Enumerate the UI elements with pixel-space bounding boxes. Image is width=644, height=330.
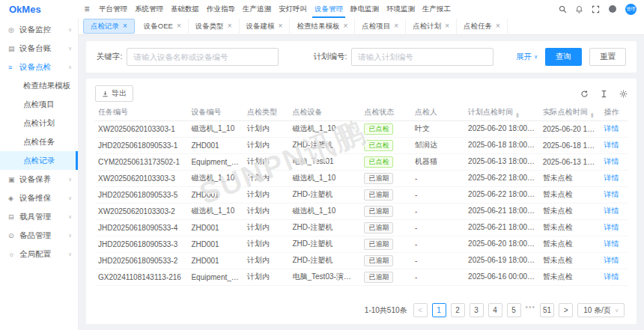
nav-item-2[interactable]: 系统管理 bbox=[131, 0, 167, 18]
export-button[interactable]: 导出 bbox=[95, 85, 133, 102]
detail-link[interactable]: 详情 bbox=[604, 256, 619, 264]
column-header-7[interactable]: 计划点检时间▲▼ bbox=[465, 105, 540, 120]
sidebar-item-2[interactable]: ▤设备台账∨ bbox=[0, 39, 78, 58]
table-row: JHD20250618090533-3ZHD001计划内ZHD-注塑机已逾期-2… bbox=[95, 236, 628, 252]
status-badge: 已点检 bbox=[364, 140, 393, 151]
tab-5[interactable]: 检查结果模板× bbox=[290, 19, 355, 34]
close-icon[interactable]: × bbox=[445, 22, 449, 30]
monitor-icon: ◎ bbox=[8, 26, 19, 34]
status-cell: 已点检 bbox=[361, 153, 412, 170]
sidebar-item-label: 设备监控 bbox=[19, 25, 68, 35]
nav-item-8[interactable]: 静电监测 bbox=[347, 0, 383, 18]
inspection-records-table: 任务编号设备编号点检类型点检设备点检状态点检人计划点检时间▲▼实际点检时间▲▼操… bbox=[95, 105, 628, 286]
sidebar-collapse-icon[interactable]: ≡ bbox=[79, 4, 95, 14]
nav-item-10[interactable]: 生产报工 bbox=[419, 0, 455, 18]
nav-item-9[interactable]: 环境监测 bbox=[383, 0, 419, 18]
expand-filters-link[interactable]: 展开 ∨ bbox=[516, 52, 538, 62]
column-header-8[interactable]: 实际点检时间▲▼ bbox=[540, 105, 601, 120]
tab-4[interactable]: 设备建模× bbox=[240, 19, 291, 34]
sidebar-item-6[interactable]: 点检计划 bbox=[0, 114, 78, 132]
sidebar-item-3[interactable]: ≡设备点检∧ bbox=[0, 58, 78, 76]
detail-link[interactable]: 详情 bbox=[604, 174, 619, 182]
sidebar-item-11[interactable]: ⊟载具管理∨ bbox=[0, 207, 78, 226]
detail-link[interactable]: 详情 bbox=[604, 124, 619, 132]
tab-7[interactable]: 点检计划× bbox=[406, 19, 457, 34]
sidebar-item-5[interactable]: 点检项目 bbox=[0, 95, 78, 114]
chevron-icon: ∨ bbox=[68, 195, 72, 201]
bell-icon[interactable] bbox=[575, 5, 583, 13]
nav-item-1[interactable]: 平台管理 bbox=[95, 0, 131, 18]
fullscreen-icon[interactable] bbox=[592, 5, 600, 13]
close-icon[interactable]: × bbox=[394, 22, 398, 30]
refresh-icon[interactable] bbox=[580, 90, 589, 98]
tab-1[interactable]: 点检记录× bbox=[83, 19, 135, 34]
topbar-actions: 管理 bbox=[559, 4, 644, 15]
close-icon[interactable]: × bbox=[123, 22, 127, 30]
tab-6[interactable]: 点检项目× bbox=[355, 19, 406, 34]
detail-link[interactable]: 详情 bbox=[604, 190, 619, 198]
sidebar-item-10[interactable]: ◈设备维保∨ bbox=[0, 189, 78, 207]
column-header-4: 点检设备 bbox=[289, 105, 361, 120]
action-cell: 详情 bbox=[601, 269, 628, 285]
sidebar-item-label: 全局配置 bbox=[19, 249, 68, 260]
close-icon[interactable]: × bbox=[279, 22, 283, 30]
tab-label: 点检项目 bbox=[362, 22, 390, 31]
nav-item-6[interactable]: 安灯呼叫 bbox=[275, 0, 311, 18]
page-size-label: 10 条/页 bbox=[583, 305, 611, 316]
reset-button[interactable]: 重置 bbox=[589, 48, 626, 66]
page-51-button[interactable]: 51 bbox=[540, 303, 554, 317]
avatar[interactable]: 管理 bbox=[625, 4, 637, 15]
detail-link[interactable]: 详情 bbox=[604, 207, 619, 215]
close-icon[interactable]: × bbox=[343, 22, 347, 30]
detail-link[interactable]: 详情 bbox=[604, 272, 619, 281]
prev-page-button[interactable]: < bbox=[413, 303, 428, 317]
column-height-icon[interactable] bbox=[600, 90, 608, 98]
task-no-cell: XW20250620103303-2 bbox=[95, 203, 188, 219]
keyword-input[interactable] bbox=[127, 48, 279, 66]
detail-link[interactable]: 详情 bbox=[604, 223, 619, 231]
sidebar-item-7[interactable]: 点检任务 bbox=[0, 132, 78, 151]
tab-2[interactable]: 设备OEE× bbox=[137, 19, 189, 34]
detail-link[interactable]: 详情 bbox=[604, 239, 619, 248]
plan-no-input[interactable] bbox=[351, 48, 493, 66]
page-3-button[interactable]: 3 bbox=[470, 303, 484, 317]
close-icon[interactable]: × bbox=[228, 22, 232, 30]
nav-item-5[interactable]: 生产追溯 bbox=[239, 0, 275, 18]
sidebar-item-12[interactable]: ⊙备品管理∨ bbox=[0, 226, 78, 245]
detail-link[interactable]: 详情 bbox=[604, 141, 619, 149]
nav-item-7[interactable]: 设备管理 bbox=[311, 0, 347, 18]
globe-icon[interactable] bbox=[608, 4, 617, 13]
device-no-cell: ZHD001 bbox=[188, 186, 244, 203]
chevron-down-icon: ∨ bbox=[534, 54, 538, 60]
actual-time-cell: 暂未点检 bbox=[540, 252, 601, 269]
close-icon[interactable]: × bbox=[496, 22, 500, 30]
page-2-button[interactable]: 2 bbox=[451, 303, 465, 317]
task-no-cell: GX20241108143113-216 bbox=[95, 269, 188, 285]
tab-3[interactable]: 设备类型× bbox=[189, 19, 240, 34]
page-4-button[interactable]: 4 bbox=[488, 303, 502, 317]
app-logo: OkMes bbox=[0, 4, 79, 15]
sidebar-item-9[interactable]: ▣设备保养∨ bbox=[0, 170, 78, 189]
task-no-cell: XW20250620103303-3 bbox=[95, 170, 188, 186]
sidebar-item-8[interactable]: 点检记录 bbox=[0, 151, 78, 170]
nav-item-3[interactable]: 基础数据 bbox=[167, 0, 203, 18]
search-button[interactable]: 查询 bbox=[545, 48, 582, 66]
tab-8[interactable]: 点检任务× bbox=[457, 19, 508, 34]
detail-link[interactable]: 详情 bbox=[604, 157, 619, 165]
page-1-button[interactable]: 1 bbox=[432, 303, 446, 317]
status-cell: 已逾期 bbox=[361, 203, 412, 219]
caret-down-icon: ▼ bbox=[590, 115, 595, 118]
search-icon[interactable] bbox=[559, 5, 567, 13]
page-size-select[interactable]: 10 条/页 ∨ bbox=[577, 303, 625, 317]
sidebar-item-13[interactable]: ☼全局配置∨ bbox=[0, 245, 78, 263]
next-page-button[interactable]: > bbox=[559, 303, 573, 317]
table-row: JHD20250618090533-4ZHD001计划内ZHD-注塑机已逾期-2… bbox=[95, 219, 628, 236]
sidebar-item-4[interactable]: 检查结果模板 bbox=[0, 76, 78, 95]
page-5-button[interactable]: 5 bbox=[507, 303, 521, 317]
status-cell: 已逾期 bbox=[361, 219, 412, 236]
nav-item-4[interactable]: 作业指导 bbox=[203, 0, 239, 18]
sidebar-item-1[interactable]: ◎设备监控∨ bbox=[0, 20, 78, 39]
settings-gear-icon[interactable] bbox=[619, 90, 628, 98]
close-icon[interactable]: × bbox=[177, 22, 181, 30]
device-no-cell: 磁选机_1_10 bbox=[188, 170, 244, 186]
